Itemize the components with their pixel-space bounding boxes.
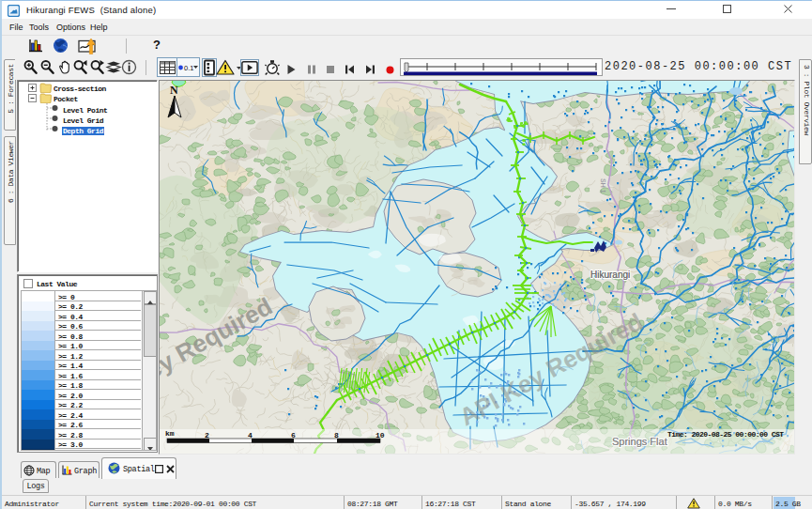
svg-text:Time: 2020-08-25 00:00:00 CST: Time: 2020-08-25 00:00:00 CST (667, 430, 784, 439)
svg-text:Hikurangi: Hikurangi (590, 270, 630, 280)
svg-text:10: 10 (375, 431, 385, 440)
svg-text:SH 1: SH 1 (600, 178, 606, 193)
svg-text:N: N (170, 84, 178, 97)
svg-text:0.1: 0.1 (184, 64, 193, 72)
svg-text:Springs Flat: Springs Flat (612, 436, 667, 447)
svg-text:km: km (165, 429, 175, 438)
svg-text:4: 4 (248, 431, 253, 440)
svg-text:8: 8 (334, 431, 339, 440)
svg-text:6: 6 (291, 431, 296, 440)
svg-text:2: 2 (205, 431, 209, 440)
